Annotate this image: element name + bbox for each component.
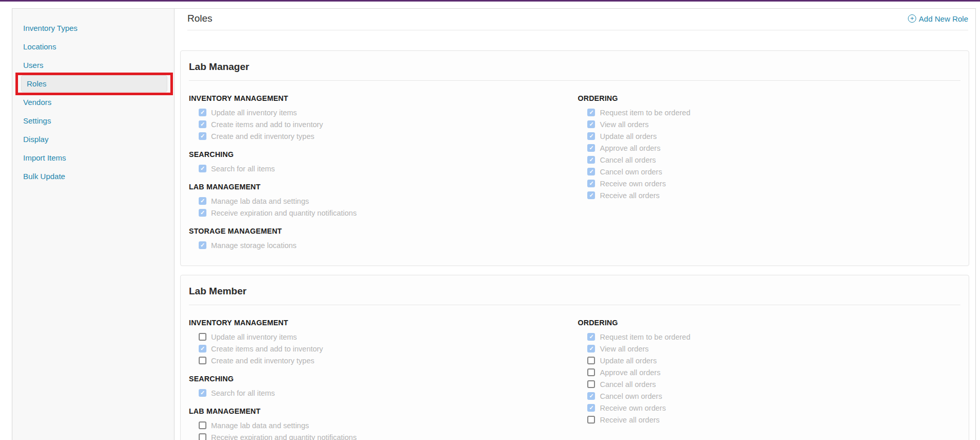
role-card: Lab Member INVENTORY MANAGEMENT Update a… xyxy=(180,275,969,440)
permission-label: Approve all orders xyxy=(600,144,660,152)
permission-rows: Update all inventory items Create items … xyxy=(189,331,577,366)
settings-sidebar: Inventory Types Locations Users Roles Ve… xyxy=(12,9,174,440)
permission-label: Create items and add to inventory xyxy=(211,345,323,353)
permission-checkbox[interactable] xyxy=(199,120,206,128)
permission-checkbox[interactable] xyxy=(199,165,206,172)
sidebar-item[interactable]: Users xyxy=(12,56,174,74)
permission-label: Cancel all orders xyxy=(600,156,656,164)
permission-label: Update all inventory items xyxy=(211,109,297,117)
permission-checkbox[interactable] xyxy=(587,109,595,116)
permission-checkbox[interactable] xyxy=(587,368,595,376)
sidebar-item-label: Roles xyxy=(27,79,46,88)
permission-row: Manage storage locations xyxy=(189,239,577,251)
permission-checkbox[interactable] xyxy=(587,404,595,412)
sidebar-nav: Inventory Types Locations Users Roles Ve… xyxy=(12,19,174,185)
permission-row: Create and edit inventory types xyxy=(189,130,577,142)
permission-checkbox[interactable] xyxy=(587,156,595,164)
permission-row: View all orders xyxy=(577,118,960,130)
permission-label: Request item to be ordered xyxy=(600,109,690,117)
sidebar-item-active[interactable]: Roles xyxy=(21,75,167,92)
permissions-right-column: ORDERING Request item to be ordered View… xyxy=(577,86,960,201)
permission-section-heading: SEARCHING xyxy=(189,375,577,383)
permission-label: Receive all orders xyxy=(600,191,659,200)
permission-label: Manage lab data and settings xyxy=(211,421,309,430)
permission-columns: INVENTORY MANAGEMENT Update all inventor… xyxy=(189,310,960,440)
permission-label: View all orders xyxy=(600,120,649,129)
permission-row: Cancel all orders xyxy=(577,154,960,166)
permission-checkbox[interactable] xyxy=(199,132,206,140)
permission-checkbox[interactable] xyxy=(587,380,595,388)
permission-checkbox[interactable] xyxy=(587,333,595,341)
permission-checkbox[interactable] xyxy=(199,433,206,440)
permission-section: SEARCHING Search for all items xyxy=(189,150,577,174)
permission-checkbox[interactable] xyxy=(199,345,206,353)
permission-row: Receive all orders xyxy=(577,414,960,426)
sidebar-item[interactable]: Vendors xyxy=(12,93,174,111)
settings-panel: Inventory Types Locations Users Roles Ve… xyxy=(12,8,976,440)
permission-checkbox[interactable] xyxy=(587,191,595,199)
permission-row: Search for all items xyxy=(189,163,577,174)
permission-row: Cancel all orders xyxy=(577,378,960,390)
permission-row: Manage lab data and settings xyxy=(189,419,577,431)
permission-row: View all orders xyxy=(577,343,960,355)
permission-checkbox[interactable] xyxy=(587,144,595,152)
plus-circle-icon: + xyxy=(908,14,916,23)
permission-row: Manage lab data and settings xyxy=(189,195,577,207)
permission-section-heading: SEARCHING xyxy=(189,150,577,159)
permission-checkbox[interactable] xyxy=(587,132,595,140)
permission-label: Create items and add to inventory xyxy=(211,120,323,129)
permission-section-heading: INVENTORY MANAGEMENT xyxy=(189,94,577,102)
permission-rows: Search for all items xyxy=(189,163,577,174)
permission-checkbox[interactable] xyxy=(199,357,206,364)
permission-checkbox[interactable] xyxy=(587,168,595,175)
permission-checkbox[interactable] xyxy=(199,109,206,116)
permission-row: Update all inventory items xyxy=(189,107,577,118)
permission-row: Cancel own orders xyxy=(577,390,960,402)
permission-section-heading: LAB MANAGEMENT xyxy=(189,407,577,415)
sidebar-item[interactable]: Import Items xyxy=(12,148,174,167)
role-name: Lab Member xyxy=(189,284,960,305)
permission-row: Update all orders xyxy=(577,130,960,142)
sidebar-item[interactable]: Settings xyxy=(12,111,174,130)
permission-label: Cancel all orders xyxy=(600,380,656,389)
permission-rows: Request item to be ordered View all orde… xyxy=(577,107,960,201)
role-card: Lab Manager INVENTORY MANAGEMENT Update … xyxy=(180,50,969,266)
permission-checkbox[interactable] xyxy=(587,357,595,364)
permission-checkbox[interactable] xyxy=(199,421,206,429)
sidebar-item-label: Locations xyxy=(23,42,56,51)
permission-row: Approve all orders xyxy=(577,142,960,154)
add-new-role-button[interactable]: + Add New Role xyxy=(908,14,968,23)
sidebar-item[interactable]: Bulk Update xyxy=(12,167,174,185)
permissions-right-column: ORDERING Request item to be ordered View… xyxy=(577,310,960,426)
permission-checkbox[interactable] xyxy=(587,345,595,353)
permission-label: Search for all items xyxy=(211,165,275,173)
permission-label: Manage lab data and settings xyxy=(211,197,309,205)
sidebar-item[interactable]: Display xyxy=(12,130,174,148)
permission-label: Receive expiration and quantity notifica… xyxy=(211,209,357,217)
permission-rows: Manage lab data and settings Receive exp… xyxy=(189,419,577,440)
sidebar-item[interactable]: Locations xyxy=(12,37,174,56)
permission-checkbox[interactable] xyxy=(199,389,206,397)
permission-label: Cancel own orders xyxy=(600,168,662,176)
permission-label: Cancel own orders xyxy=(600,392,662,400)
permission-checkbox[interactable] xyxy=(587,120,595,128)
sidebar-item[interactable]: Inventory Types xyxy=(12,19,174,37)
permission-checkbox[interactable] xyxy=(199,241,206,249)
permission-checkbox[interactable] xyxy=(587,180,595,187)
permission-row: Update all inventory items xyxy=(189,331,577,343)
permissions-left-column: INVENTORY MANAGEMENT Update all inventor… xyxy=(189,310,577,440)
permission-checkbox[interactable] xyxy=(587,392,595,400)
permission-checkbox[interactable] xyxy=(199,209,206,217)
permission-section: ORDERING Request item to be ordered View… xyxy=(577,94,960,201)
permissions-left-column: INVENTORY MANAGEMENT Update all inventor… xyxy=(189,86,577,251)
permission-section: LAB MANAGEMENT Manage lab data and setti… xyxy=(189,183,577,219)
permission-checkbox[interactable] xyxy=(199,333,206,341)
permission-section: LAB MANAGEMENT Manage lab data and setti… xyxy=(189,407,577,440)
permission-checkbox[interactable] xyxy=(587,416,595,424)
page-header: Roles + Add New Role xyxy=(187,13,968,30)
permission-row: Receive own orders xyxy=(577,178,960,189)
permission-section: INVENTORY MANAGEMENT Update all inventor… xyxy=(189,319,577,366)
permission-checkbox[interactable] xyxy=(199,197,206,205)
permission-row: Cancel own orders xyxy=(577,166,960,178)
permission-label: Update all orders xyxy=(600,357,656,365)
